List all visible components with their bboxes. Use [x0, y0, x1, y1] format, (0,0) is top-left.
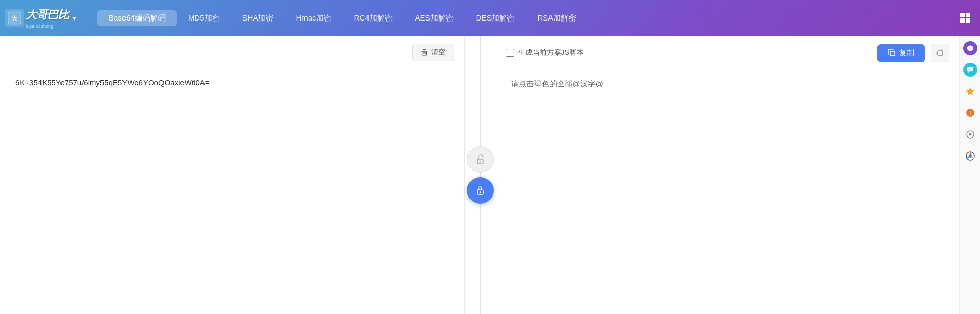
clear-button-label: 清空	[431, 48, 445, 57]
nav-item-rsa[interactable]: RSA加解密	[526, 10, 587, 26]
left-toolbar: 清空	[10, 44, 454, 61]
nav-item-aes[interactable]: AES加解密	[404, 10, 465, 26]
logo-text-area: 大哥巴比 k.ge.p.i.thong	[26, 7, 69, 29]
copy-icon	[888, 49, 896, 57]
logo-area: 大 大哥巴比 k.ge.p.i.thong ▾	[5, 7, 97, 29]
svg-text:!: !	[969, 110, 971, 116]
shield-icon	[967, 45, 974, 52]
lock-closed-icon	[475, 185, 486, 196]
logo-dropdown-button[interactable]: ▾	[71, 12, 78, 24]
secondary-copy-icon	[936, 49, 944, 57]
chat-icon	[967, 66, 974, 73]
svg-line-26	[966, 157, 969, 159]
main-content: 清空 6K+354K55Ye757u/6lmy55qE5YWo6YOoQOaxi…	[0, 36, 980, 314]
right-panel: 生成当前方案JS脚本 复制 请点击绿色的全部@汉字@	[496, 36, 960, 314]
sidebar-icon-teal[interactable]	[963, 63, 977, 77]
nav-item-base64[interactable]: Base64编码解码	[97, 10, 177, 26]
secondary-copy-button[interactable]	[931, 44, 949, 62]
svg-text:大: 大	[11, 15, 18, 22]
sidebar-icon-chrome[interactable]	[963, 149, 977, 163]
logo-title: 大哥巴比	[26, 8, 69, 21]
svg-rect-7	[423, 49, 426, 50]
nav-item-rc4[interactable]: RC4加解密	[343, 10, 404, 26]
clear-button[interactable]: 清空	[412, 44, 454, 61]
notification-icon: !	[966, 108, 975, 117]
svg-rect-4	[960, 18, 965, 23]
checkbox-area: 生成当前方案JS脚本	[506, 48, 872, 57]
settings-icon	[966, 130, 975, 139]
lock-open-icon	[475, 154, 486, 165]
lock-locked-button[interactable]	[467, 177, 494, 204]
nav-item-sha[interactable]: SHA加密	[231, 10, 285, 26]
left-panel: 清空 6K+354K55Ye757u/6lmy55qE5YWo6YOoQOaxi…	[0, 36, 465, 314]
star-icon	[966, 87, 975, 96]
right-sidebar: !	[959, 36, 980, 314]
chevron-down-icon: ▾	[73, 14, 76, 22]
logo-subtitle: k.ge.p.i.thong	[26, 24, 69, 29]
nav-item-md5[interactable]: MD5加密	[177, 10, 231, 26]
nav-menu: Base64编码解码 MD5加密 SHA加密 Hmac加密 RC4加解密 AES…	[97, 10, 955, 26]
sidebar-icon-yellow[interactable]	[963, 84, 977, 99]
js-script-checkbox-label: 生成当前方案JS脚本	[518, 48, 584, 57]
svg-line-27	[972, 157, 974, 159]
divider-area	[465, 36, 496, 314]
grid-menu-button[interactable]	[955, 8, 975, 28]
svg-point-22	[969, 133, 971, 136]
nav-item-hmac[interactable]: Hmac加密	[284, 10, 342, 26]
logo-icon: 大	[5, 9, 24, 27]
svg-rect-16	[890, 51, 895, 56]
svg-point-15	[479, 191, 481, 193]
chrome-icon	[966, 151, 975, 161]
svg-rect-17	[938, 51, 943, 55]
nav-item-des[interactable]: DES加解密	[465, 10, 526, 26]
input-text: 6K+354K55Ye757u/6lmy55qE5YWo6YOoQOaxieWt…	[10, 71, 454, 94]
trash-icon	[421, 49, 428, 56]
lock-unlocked-button[interactable]	[467, 146, 494, 173]
svg-rect-3	[966, 13, 970, 17]
svg-rect-5	[966, 18, 970, 23]
right-toolbar: 生成当前方案JS脚本 复制	[506, 44, 950, 62]
header: 大 大哥巴比 k.ge.p.i.thong ▾ Base64编码解码 MD5加密…	[0, 0, 980, 36]
sidebar-icon-orange[interactable]: !	[963, 106, 977, 120]
output-text: 请点击绿色的全部@汉字@	[506, 72, 950, 95]
lock-container	[467, 146, 494, 204]
svg-point-13	[479, 161, 481, 162]
copy-button-label: 复制	[899, 48, 914, 58]
sidebar-icon-gray[interactable]	[963, 127, 977, 142]
svg-rect-2	[960, 13, 965, 17]
sidebar-icon-purple[interactable]	[963, 41, 977, 55]
copy-button[interactable]: 复制	[877, 44, 925, 62]
svg-marker-18	[966, 87, 974, 95]
svg-point-24	[969, 154, 972, 158]
js-script-checkbox[interactable]	[506, 49, 514, 57]
